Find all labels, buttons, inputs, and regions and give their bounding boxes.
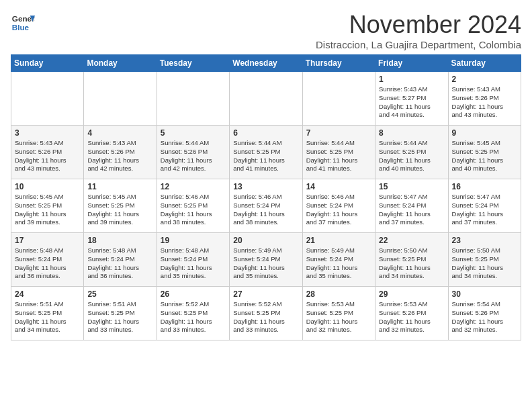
day-number: 3 [15,128,80,138]
cell-info: Sunrise: 5:51 AM Sunset: 5:25 PM Dayligh… [87,300,152,334]
week-row-1: 1Sunrise: 5:43 AM Sunset: 5:27 PM Daylig… [11,72,521,126]
cell-info: Sunrise: 5:50 AM Sunset: 5:25 PM Dayligh… [452,246,517,281]
cell-info: Sunrise: 5:50 AM Sunset: 5:25 PM Dayligh… [379,246,444,281]
day-number: 26 [161,289,226,299]
cell-info: Sunrise: 5:45 AM Sunset: 5:25 PM Dayligh… [15,193,80,227]
calendar-cell: 27Sunrise: 5:52 AM Sunset: 5:25 PM Dayli… [230,287,302,340]
day-number: 2 [452,75,517,84]
cell-info: Sunrise: 5:46 AM Sunset: 5:24 PM Dayligh… [233,193,298,227]
cell-info: Sunrise: 5:46 AM Sunset: 5:25 PM Dayligh… [161,193,226,227]
subtitle: Distraccion, La Guajira Department, Colo… [316,39,521,50]
cell-info: Sunrise: 5:45 AM Sunset: 5:25 PM Dayligh… [87,193,152,227]
day-number: 14 [306,182,371,191]
weekday-header-row: SundayMondayTuesdayWednesdayThursdayFrid… [11,55,521,72]
week-row-3: 10Sunrise: 5:45 AM Sunset: 5:25 PM Dayli… [11,179,521,233]
day-number: 28 [306,289,371,299]
day-number: 25 [87,289,152,299]
day-number: 9 [452,128,517,138]
calendar-cell: 10Sunrise: 5:45 AM Sunset: 5:25 PM Dayli… [11,179,84,233]
cell-info: Sunrise: 5:45 AM Sunset: 5:25 PM Dayligh… [452,139,517,173]
day-number: 24 [15,289,80,299]
calendar-cell: 13Sunrise: 5:46 AM Sunset: 5:24 PM Dayli… [230,179,302,233]
logo: General Blue [11,11,35,35]
day-number: 7 [306,128,371,138]
cell-info: Sunrise: 5:44 AM Sunset: 5:26 PM Dayligh… [161,139,226,173]
week-row-4: 17Sunrise: 5:48 AM Sunset: 5:24 PM Dayli… [11,233,521,287]
calendar-table: SundayMondayTuesdayWednesdayThursdayFrid… [11,54,521,340]
cell-info: Sunrise: 5:52 AM Sunset: 5:25 PM Dayligh… [161,300,226,334]
day-number: 4 [87,128,152,138]
cell-info: Sunrise: 5:43 AM Sunset: 5:26 PM Dayligh… [15,139,80,173]
calendar-cell: 12Sunrise: 5:46 AM Sunset: 5:25 PM Dayli… [157,179,229,233]
cell-info: Sunrise: 5:49 AM Sunset: 5:24 PM Dayligh… [233,246,298,281]
calendar-cell: 21Sunrise: 5:49 AM Sunset: 5:24 PM Dayli… [302,233,375,287]
weekday-header-thursday: Thursday [302,55,375,72]
weekday-header-tuesday: Tuesday [157,55,229,72]
cell-info: Sunrise: 5:48 AM Sunset: 5:24 PM Dayligh… [87,246,152,281]
cell-info: Sunrise: 5:51 AM Sunset: 5:25 PM Dayligh… [15,300,80,334]
week-row-5: 24Sunrise: 5:51 AM Sunset: 5:25 PM Dayli… [11,287,521,340]
cell-info: Sunrise: 5:48 AM Sunset: 5:24 PM Dayligh… [161,246,226,281]
logo-icon: General Blue [11,11,35,35]
calendar-cell: 15Sunrise: 5:47 AM Sunset: 5:24 PM Dayli… [375,179,448,233]
calendar-cell: 30Sunrise: 5:54 AM Sunset: 5:26 PM Dayli… [448,287,521,340]
calendar-cell [157,72,229,126]
cell-info: Sunrise: 5:44 AM Sunset: 5:25 PM Dayligh… [379,139,444,173]
calendar-cell [84,72,157,126]
weekday-header-saturday: Saturday [448,55,521,72]
calendar-cell: 2Sunrise: 5:43 AM Sunset: 5:26 PM Daylig… [448,72,521,126]
header: General Blue November 2024 Distraccion, … [11,11,521,50]
cell-info: Sunrise: 5:43 AM Sunset: 5:27 PM Dayligh… [379,85,444,120]
calendar-cell: 18Sunrise: 5:48 AM Sunset: 5:24 PM Dayli… [84,233,157,287]
day-number: 21 [306,236,371,245]
day-number: 22 [379,236,444,245]
week-row-2: 3Sunrise: 5:43 AM Sunset: 5:26 PM Daylig… [11,126,521,179]
day-number: 11 [87,182,152,191]
cell-info: Sunrise: 5:53 AM Sunset: 5:26 PM Dayligh… [379,300,444,334]
day-number: 6 [233,128,298,138]
weekday-header-monday: Monday [84,55,157,72]
calendar-cell: 17Sunrise: 5:48 AM Sunset: 5:24 PM Dayli… [11,233,84,287]
day-number: 12 [161,182,226,191]
calendar-cell: 26Sunrise: 5:52 AM Sunset: 5:25 PM Dayli… [157,287,229,340]
calendar-cell: 23Sunrise: 5:50 AM Sunset: 5:25 PM Dayli… [448,233,521,287]
day-number: 16 [452,182,517,191]
weekday-header-friday: Friday [375,55,448,72]
calendar-cell: 16Sunrise: 5:47 AM Sunset: 5:24 PM Dayli… [448,179,521,233]
calendar-cell [302,72,375,126]
day-number: 23 [452,236,517,245]
calendar-cell: 19Sunrise: 5:48 AM Sunset: 5:24 PM Dayli… [157,233,229,287]
cell-info: Sunrise: 5:44 AM Sunset: 5:25 PM Dayligh… [306,139,371,173]
day-number: 10 [15,182,80,191]
weekday-header-wednesday: Wednesday [230,55,302,72]
day-number: 17 [15,236,80,245]
cell-info: Sunrise: 5:54 AM Sunset: 5:26 PM Dayligh… [452,300,517,334]
title-area: November 2024 Distraccion, La Guajira De… [316,11,521,50]
cell-info: Sunrise: 5:43 AM Sunset: 5:26 PM Dayligh… [87,139,152,173]
day-number: 1 [379,75,444,84]
calendar-cell [230,72,302,126]
day-number: 30 [452,289,517,299]
calendar-cell: 1Sunrise: 5:43 AM Sunset: 5:27 PM Daylig… [375,72,448,126]
cell-info: Sunrise: 5:47 AM Sunset: 5:24 PM Dayligh… [452,193,517,227]
day-number: 15 [379,182,444,191]
calendar-cell: 11Sunrise: 5:45 AM Sunset: 5:25 PM Dayli… [84,179,157,233]
calendar-cell: 29Sunrise: 5:53 AM Sunset: 5:26 PM Dayli… [375,287,448,340]
calendar-cell: 8Sunrise: 5:44 AM Sunset: 5:25 PM Daylig… [375,126,448,179]
cell-info: Sunrise: 5:47 AM Sunset: 5:24 PM Dayligh… [379,193,444,227]
day-number: 19 [161,236,226,245]
day-number: 13 [233,182,298,191]
calendar-cell: 9Sunrise: 5:45 AM Sunset: 5:25 PM Daylig… [448,126,521,179]
cell-info: Sunrise: 5:48 AM Sunset: 5:24 PM Dayligh… [15,246,80,281]
calendar-cell: 14Sunrise: 5:46 AM Sunset: 5:24 PM Dayli… [302,179,375,233]
calendar-cell: 4Sunrise: 5:43 AM Sunset: 5:26 PM Daylig… [84,126,157,179]
cell-info: Sunrise: 5:52 AM Sunset: 5:25 PM Dayligh… [233,300,298,334]
cell-info: Sunrise: 5:53 AM Sunset: 5:25 PM Dayligh… [306,300,371,334]
calendar-cell: 5Sunrise: 5:44 AM Sunset: 5:26 PM Daylig… [157,126,229,179]
day-number: 20 [233,236,298,245]
calendar-cell: 20Sunrise: 5:49 AM Sunset: 5:24 PM Dayli… [230,233,302,287]
day-number: 5 [161,128,226,138]
calendar-cell: 6Sunrise: 5:44 AM Sunset: 5:25 PM Daylig… [230,126,302,179]
cell-info: Sunrise: 5:49 AM Sunset: 5:24 PM Dayligh… [306,246,371,281]
weekday-header-sunday: Sunday [11,55,84,72]
